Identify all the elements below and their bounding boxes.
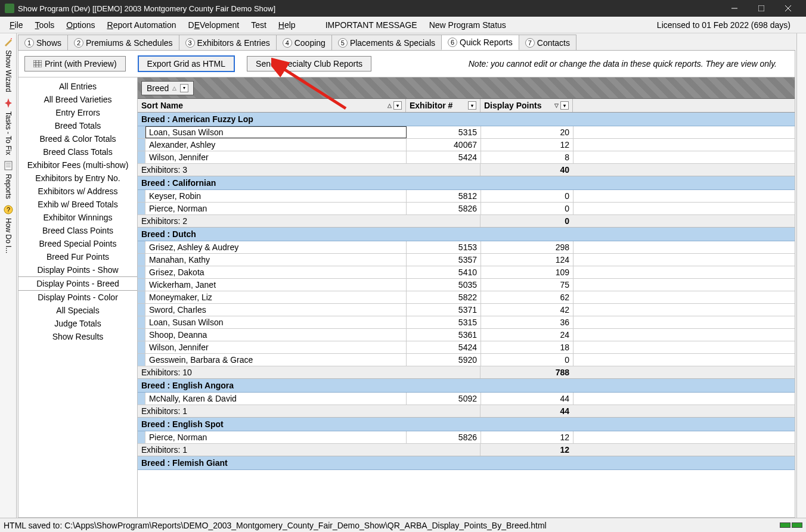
row-indent <box>138 393 145 405</box>
report-item[interactable]: All Specials <box>18 304 137 317</box>
report-item[interactable]: Exhib w/ Breed Totals <box>18 198 137 211</box>
table-row[interactable]: McNally, Karen & David509244 <box>138 393 795 405</box>
group-by-band[interactable]: Breed △ ▾ <box>138 77 795 99</box>
tab-quick-reports[interactable]: 6Quick Reports <box>441 35 519 50</box>
menu-tools[interactable]: Tools <box>29 18 61 32</box>
cell-exhibitor-num: 5424 <box>407 341 481 353</box>
tab-placements-specials[interactable]: 5Placements & Specials <box>331 35 442 50</box>
minimize-button[interactable] <box>721 0 748 17</box>
table-row[interactable]: Loan, Susan Wilson531536 <box>138 316 795 329</box>
table-row[interactable]: Pierce, Norman58260 <box>138 203 795 215</box>
summary-label: Exhibitors: 1 <box>138 405 480 417</box>
group-header[interactable]: Breed : English Angora <box>138 379 795 393</box>
print-button[interactable]: Print (with Preview) <box>24 56 126 71</box>
table-row[interactable]: Manahan, Kathy5357124 <box>138 254 795 266</box>
report-item[interactable]: Exhibitors w/ Address <box>18 185 137 198</box>
menu-report-automation[interactable]: Report Automation <box>101 18 182 32</box>
table-row[interactable]: Loan, Susan Wilson531520 <box>138 126 795 139</box>
tool-reports[interactable]: Reports <box>4 161 13 201</box>
report-item[interactable]: All Entries <box>18 80 137 93</box>
send-specialty-button[interactable]: Send Specialty Club Reports <box>247 56 371 71</box>
maximize-button[interactable] <box>748 0 774 17</box>
chevron-down-icon[interactable]: ▾ <box>468 101 476 110</box>
group-header[interactable]: Breed : English Spot <box>138 418 795 431</box>
report-item[interactable]: Breed Class Points <box>18 224 137 237</box>
table-row[interactable]: Moneymaker, Liz582262 <box>138 291 795 304</box>
table-row[interactable]: Keyser, Robin58120 <box>138 190 795 203</box>
report-item[interactable]: Exhibitor Fees (multi-show) <box>18 158 137 172</box>
menu-options[interactable]: Options <box>60 18 101 32</box>
tab-contacts[interactable]: 7Contacts <box>519 35 576 50</box>
cell-exhibitor-num: 5361 <box>407 329 481 341</box>
row-indent <box>138 139 145 151</box>
svg-rect-11 <box>33 60 42 67</box>
report-item[interactable]: Display Points - Color <box>18 291 137 304</box>
report-item[interactable]: All Breed Varieties <box>18 93 137 106</box>
summary-label: Exhibitors: 1 <box>138 444 480 456</box>
row-indent <box>138 151 145 163</box>
report-item[interactable]: Display Points - Show <box>18 263 137 276</box>
report-item[interactable]: Entry Errors <box>18 106 137 119</box>
menu-help[interactable]: Help <box>272 18 302 32</box>
tool-show-wizard[interactable]: Show Wizard <box>4 37 13 95</box>
chevron-down-icon[interactable]: ▾ <box>180 84 188 92</box>
tab-premiums-schedules[interactable]: 2Premiums & Schedules <box>67 35 179 50</box>
tool-tasks[interactable]: Tasks - To Fix <box>4 98 13 157</box>
toolbar-note: Note: you cannot edit or change the data… <box>469 59 789 69</box>
tab-cooping[interactable]: 4Cooping <box>276 35 332 50</box>
grid-body[interactable]: Breed : American Fuzzy LopLoan, Susan Wi… <box>138 113 795 517</box>
menu-development[interactable]: DEVelopment <box>182 18 246 32</box>
cell-display-points: 62 <box>481 291 574 303</box>
col-header-exhibitor-num[interactable]: Exhibitor # ▾ <box>406 99 480 112</box>
chevron-down-icon[interactable]: ▾ <box>560 101 569 110</box>
col-header-display-points[interactable]: Display Points ▽ ▾ <box>480 99 573 112</box>
report-item[interactable]: Judge Totals <box>18 317 137 330</box>
group-header[interactable]: Breed : Californian <box>138 176 795 190</box>
group-header[interactable]: Breed : Dutch <box>138 228 795 241</box>
report-item[interactable]: Show Results <box>18 330 137 343</box>
menu-important-message[interactable]: IMPORTANT MESSAGE <box>320 18 423 32</box>
chevron-down-icon[interactable]: ▾ <box>393 101 402 110</box>
report-item[interactable]: Exhibitors by Entry No. <box>18 172 137 185</box>
table-row[interactable]: Wickerham, Janet503575 <box>138 279 795 291</box>
table-row[interactable]: Pierce, Norman582612 <box>138 431 795 444</box>
tab-shows[interactable]: 1Shows <box>18 35 68 50</box>
tab-label: Premiums & Schedules <box>86 38 173 48</box>
table-row[interactable]: Sword, Charles537142 <box>138 304 795 316</box>
table-row[interactable]: Alexander, Ashley4006712 <box>138 139 795 151</box>
tab-label: Cooping <box>294 38 326 48</box>
content: 1Shows2Premiums & Schedules3Exhibitors &… <box>17 33 796 518</box>
left-toolbar: Show Wizard Tasks - To Fix Reports ? How… <box>0 33 17 518</box>
report-item[interactable]: Breed Special Points <box>18 237 137 250</box>
tool-help[interactable]: ? How Do I... <box>4 205 13 256</box>
table-row[interactable]: Wilson, Jennifer54248 <box>138 151 795 164</box>
cell-display-points: 0 <box>481 190 574 202</box>
group-header[interactable]: Breed : Flemish Giant <box>138 456 795 470</box>
table-row[interactable]: Grisez, Dakota5410109 <box>138 266 795 279</box>
group-header[interactable]: Breed : American Fuzzy Lop <box>138 113 795 126</box>
report-item[interactable]: Breed Class Totals <box>18 145 137 158</box>
report-item[interactable]: Breed & Color Totals <box>18 132 137 145</box>
report-item[interactable]: Exhibitor Winnings <box>18 211 137 224</box>
report-item[interactable]: Breed Fur Points <box>18 250 137 263</box>
export-html-button[interactable]: Export Grid as HTML <box>138 55 235 72</box>
menu-test[interactable]: Test <box>245 18 272 32</box>
cell-exhibitor-num: 5822 <box>407 291 481 303</box>
close-button[interactable] <box>774 0 801 17</box>
col-header-sort-name[interactable]: Sort Name △ ▾ <box>138 99 406 112</box>
status-indicators <box>780 522 802 528</box>
menu-new-program-status[interactable]: New Program Status <box>423 18 512 32</box>
cell-display-points: 12 <box>481 431 574 443</box>
summary-total: 788 <box>480 366 573 378</box>
table-row[interactable]: Grisez, Ashley & Audrey5153298 <box>138 241 795 254</box>
report-item[interactable]: Breed Totals <box>18 119 137 132</box>
table-row[interactable]: Gesswein, Barbara & Grace59200 <box>138 354 795 366</box>
svg-point-4 <box>11 38 12 39</box>
group-chip-breed[interactable]: Breed △ ▾ <box>141 81 194 95</box>
cell-sort-name: Grisez, Ashley & Audrey <box>145 241 407 253</box>
report-item[interactable]: Display Points - Breed <box>18 276 137 291</box>
table-row[interactable]: Wilson, Jennifer542418 <box>138 341 795 354</box>
table-row[interactable]: Shoop, Deanna536124 <box>138 329 795 341</box>
tab-exhibitors-entries[interactable]: 3Exhibitors & Entries <box>179 35 277 50</box>
menu-file[interactable]: File <box>4 18 29 32</box>
